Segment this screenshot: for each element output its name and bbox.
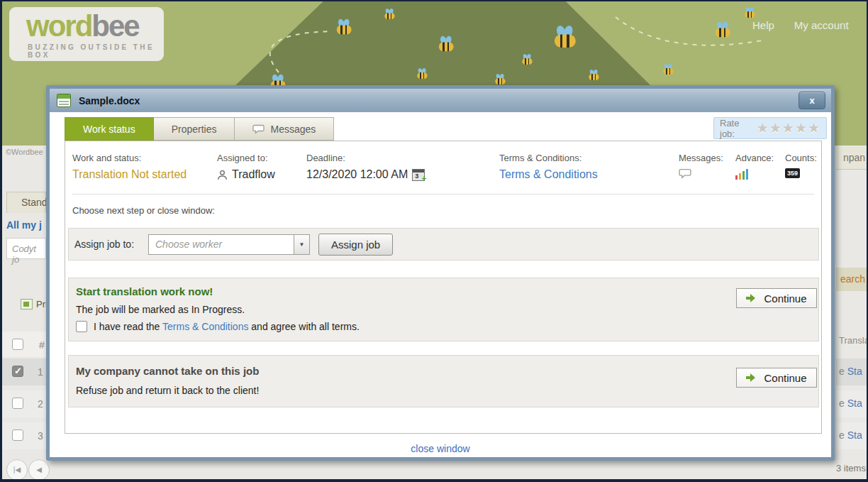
start-translation-panel: Start translation work now! The job will… [68, 278, 819, 341]
bee-icon [554, 26, 579, 48]
bee-icon [438, 36, 455, 52]
app-screen: wordbee BUZZING OUTSIDE THE BOX Help My … [0, 0, 868, 482]
rate-job-label: Rate job: [720, 118, 752, 139]
background-filter-input[interactable]: Codyt jo [6, 238, 46, 259]
assign-job-button[interactable]: Assign job [318, 234, 393, 256]
terms-conditions-link[interactable]: Terms & Conditions [499, 168, 598, 181]
nav-my-account-link[interactable]: My account [794, 19, 849, 31]
star-icon[interactable]: ★ [808, 121, 820, 136]
table-row[interactable]: 1 [2, 358, 46, 385]
info-deadline: Deadline: 12/3/2020 12:00 AM 3+ [306, 153, 425, 181]
start-section-title: Start translation work now! [76, 285, 213, 297]
rating-stars: ★★★★★ [757, 120, 820, 136]
table-row-fragment: e Sta [836, 422, 868, 449]
close-window-link[interactable]: close window [50, 443, 831, 454]
refuse-section-subtitle: Refuse job and return it back to the cli… [76, 385, 259, 396]
logo-text: wordbee [26, 11, 164, 41]
terms-conditions-link[interactable]: Terms & Conditions [162, 321, 248, 332]
agree-terms-text: I have read the Terms & Conditions and a… [94, 321, 360, 332]
info-terms: Terms & Conditions: Terms & Conditions [499, 153, 598, 181]
bee-icon [417, 68, 429, 79]
table-row-fragment: e Sta [836, 358, 868, 385]
calendar-add-icon[interactable]: 3+ [412, 169, 425, 181]
bee-icon [715, 22, 732, 38]
print-icon [21, 299, 33, 310]
select-all-checkbox[interactable] [12, 339, 23, 350]
agree-terms-row: I have read the Terms & Conditions and a… [76, 321, 360, 332]
counts-badge-icon[interactable]: 359 [785, 168, 800, 178]
next-step-text: Choose next step or close window: [72, 205, 215, 216]
bee-icon [663, 64, 675, 75]
pager-prev-button[interactable]: ◀ [28, 459, 50, 481]
refuse-section-title: My company cannot take on this job [76, 365, 259, 377]
background-link-all-my-jobs[interactable]: All my j [6, 219, 42, 231]
person-icon [217, 170, 228, 180]
assigned-value: Tradflow [232, 168, 275, 181]
continue-refuse-button[interactable]: Continue [736, 368, 817, 388]
rate-job-box: Rate job: ★★★★★ [713, 117, 827, 139]
star-icon[interactable]: ★ [769, 121, 782, 136]
choose-worker-combobox[interactable]: Choose worker ▼ [148, 234, 310, 255]
star-icon[interactable]: ★ [795, 121, 808, 136]
work-status-panel: Work and status: Translation Not started… [65, 141, 822, 434]
background-table-header: # [2, 332, 46, 357]
combobox-placeholder: Choose worker [149, 235, 309, 254]
info-counts: Counts: 359 [785, 153, 817, 178]
row-checkbox[interactable] [12, 429, 23, 441]
assign-job-label: Assign job to: [74, 239, 134, 250]
bee-icon [589, 70, 601, 80]
column-header-number: # [39, 339, 45, 351]
wordbee-logo[interactable]: wordbee BUZZING OUTSIDE THE BOX [9, 7, 164, 61]
row-checkbox[interactable] [12, 398, 23, 409]
bee-icon [495, 74, 507, 84]
background-column-translation: Transla [839, 335, 868, 346]
tab-messages[interactable]: Messages [235, 117, 334, 141]
pager-first-button[interactable]: |◀ [6, 459, 28, 481]
tab-work-status[interactable]: Work status [65, 117, 154, 141]
job-dialog: Sample.docx x Work status Properties Mes… [46, 85, 835, 461]
continue-start-button[interactable]: Continue [736, 288, 817, 308]
table-row[interactable]: 2 [2, 390, 46, 417]
green-arrow-icon [746, 373, 756, 382]
table-row[interactable]: 3 [2, 422, 46, 449]
bee-icon [336, 19, 353, 35]
speech-bubble-icon [252, 124, 265, 134]
items-count: 3 items [836, 463, 866, 473]
assign-job-panel: Assign job to: Choose worker ▼ Assign jo… [68, 228, 819, 261]
close-icon[interactable]: x [799, 92, 825, 109]
bee-icon [745, 7, 757, 18]
background-tab-standard[interactable]: Stand [6, 192, 46, 213]
green-arrow-icon [746, 294, 756, 302]
start-section-subtitle: The job will be marked as In Progress. [76, 304, 245, 315]
status-value: Translation Not started [72, 168, 187, 181]
star-icon[interactable]: ★ [757, 121, 769, 136]
start-link[interactable]: Sta [847, 366, 862, 377]
dialog-titlebar: Sample.docx x [50, 89, 831, 112]
document-icon [57, 94, 71, 107]
nav-help-link[interactable]: Help [752, 19, 774, 31]
star-icon[interactable]: ★ [782, 121, 795, 136]
copyright-text: ©Wordbee [6, 148, 43, 156]
chevron-down-icon[interactable]: ▼ [294, 235, 309, 254]
divider [72, 194, 814, 195]
row-checkbox[interactable] [12, 366, 23, 377]
deadline-value: 12/3/2020 12:00 AM [306, 168, 408, 181]
background-tab-company[interactable]: npan [836, 147, 868, 170]
info-assigned: Assigned to: Tradflow [217, 153, 275, 181]
start-link[interactable]: Sta [847, 398, 862, 409]
info-advance: Advance: [735, 153, 774, 180]
background-print-control[interactable]: Pri [21, 299, 48, 310]
info-work-status: Work and status: Translation Not started [72, 153, 187, 181]
background-search-link[interactable]: earch [836, 268, 868, 291]
agree-terms-checkbox[interactable] [76, 321, 87, 332]
logo-tagline: BUZZING OUTSIDE THE BOX [28, 43, 164, 59]
bee-icon [384, 9, 396, 19]
messages-icon[interactable] [679, 168, 691, 179]
top-nav: Help My account Logout [752, 19, 867, 31]
tab-properties[interactable]: Properties [154, 117, 235, 141]
advance-chart-icon[interactable] [735, 168, 774, 180]
refuse-job-panel: My company cannot take on this job Refus… [68, 355, 819, 407]
table-row-fragment: e Sta [836, 390, 868, 417]
dialog-body: Work status Properties Messages Rate job… [50, 112, 831, 457]
start-link[interactable]: Sta [847, 429, 862, 441]
